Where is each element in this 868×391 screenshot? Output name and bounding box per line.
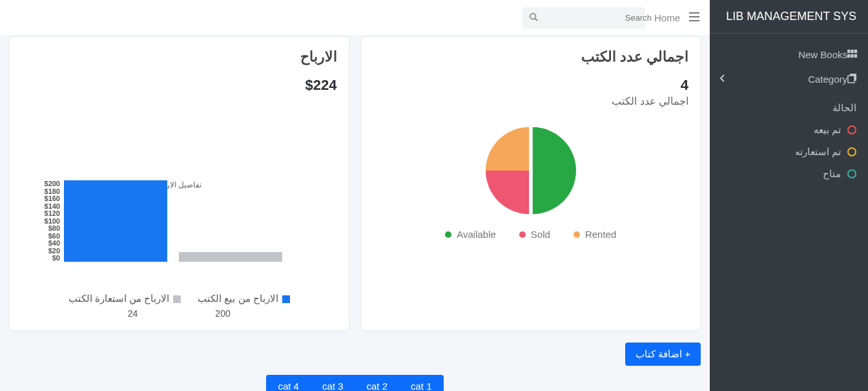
rentals-value: 24	[128, 308, 138, 319]
status-sold[interactable]: تم بيعه	[710, 119, 868, 141]
dot-icon	[574, 231, 580, 238]
grid-icon	[847, 49, 858, 60]
profits-legend: الارباح من بيع الكتب الارباح من استعارة …	[21, 293, 337, 304]
legend-sales: الارباح من بيع الكتب	[198, 293, 290, 304]
profits-amount: $224	[21, 77, 337, 94]
status-dot-icon	[847, 169, 856, 178]
sidebar-heading-status: الحالة	[710, 96, 868, 119]
tab-cat-2[interactable]: cat 2	[355, 375, 400, 391]
status-rented[interactable]: تم استعارته	[710, 141, 868, 163]
brand-title: LIB MANAGEMENT SYS	[710, 0, 868, 34]
tab-cat-1[interactable]: cat 1	[399, 375, 444, 391]
sidebar-item-new-books[interactable]: New Books	[710, 43, 868, 67]
card-title: اجمالي عدد الكتب	[373, 48, 689, 65]
status-dot-icon	[847, 147, 856, 156]
bar-plot	[64, 180, 337, 262]
status-label: تم استعارته	[795, 146, 841, 158]
sidebar-nav: New Books Category	[710, 34, 868, 96]
cards-row: الارباح $224 $200 $180 $160 $140 $120 $1…	[9, 36, 701, 331]
sales-value: 200	[215, 308, 230, 319]
total-books-value: 4	[373, 77, 689, 94]
sidebar: LIB MANAGEMENT SYS New Books Category ال…	[710, 0, 868, 391]
content: الارباح $224 $200 $180 $160 $140 $120 $1…	[0, 36, 710, 391]
svg-point-8	[530, 13, 536, 19]
bar-chart: $200 $180 $160 $140 $120 $100 $80 $60 $4…	[21, 180, 337, 277]
bar-rentals	[179, 252, 282, 262]
sidebar-item-category[interactable]: Category	[710, 67, 868, 92]
legend-sold: Sold	[519, 229, 550, 240]
main: Home الارباح $224 $200 $180 $160 $140 $1…	[0, 0, 710, 391]
y-axis-labels: $200 $180 $160 $140 $120 $100 $80 $60 $4…	[21, 180, 60, 262]
hamburger-icon[interactable]	[689, 12, 699, 24]
legend-rented: Rented	[574, 229, 616, 240]
nav-home[interactable]: Home	[654, 12, 680, 23]
add-book-button[interactable]: + اضافة كتاب	[625, 343, 701, 366]
status-available[interactable]: متاح	[710, 163, 868, 185]
square-icon	[282, 295, 290, 303]
search-input[interactable]	[543, 13, 652, 23]
search-input-wrap[interactable]	[522, 7, 645, 29]
svg-rect-1	[851, 50, 853, 53]
category-tabs: cat 4 cat 3 cat 2 cat 1	[9, 375, 701, 391]
status-dot-icon	[847, 125, 856, 134]
tab-cat-4[interactable]: cat 4	[266, 375, 311, 391]
bar-sales	[64, 180, 167, 262]
chevron-left-icon	[720, 74, 725, 84]
totals-card: اجمالي عدد الكتب 4 اجمالي عدد الكتب Avai…	[361, 36, 701, 331]
dot-icon	[519, 231, 526, 238]
total-books-subtitle: اجمالي عدد الكتب	[373, 95, 689, 107]
svg-line-9	[535, 18, 538, 21]
pie-legend: Available Sold Rented	[373, 229, 689, 240]
status-label: تم بيعه	[814, 124, 841, 136]
svg-rect-4	[851, 54, 853, 58]
sidebar-item-label: New Books	[798, 49, 847, 60]
sidebar-item-label: Category	[808, 74, 847, 85]
topbar: Home	[0, 0, 710, 36]
square-icon	[173, 295, 181, 303]
svg-rect-5	[854, 54, 857, 58]
svg-rect-2	[854, 50, 857, 53]
tab-cat-3[interactable]: cat 3	[311, 375, 355, 391]
action-row: + اضافة كتاب	[9, 343, 701, 366]
copy-icon	[847, 73, 858, 85]
profits-card: الارباح $224 $200 $180 $160 $140 $120 $1…	[9, 36, 349, 331]
status-label: متاح	[823, 168, 841, 180]
pie-chart	[373, 125, 689, 216]
dot-icon	[445, 231, 451, 238]
svg-rect-0	[847, 50, 850, 53]
legend-available: Available	[445, 229, 496, 240]
profits-values: 200 24	[21, 308, 337, 319]
legend-rentals: الارباح من استعارة الكتب	[68, 293, 181, 304]
svg-rect-3	[847, 54, 850, 58]
search-icon	[529, 12, 538, 24]
svg-rect-7	[848, 76, 854, 83]
card-title: الارباح	[21, 48, 337, 65]
